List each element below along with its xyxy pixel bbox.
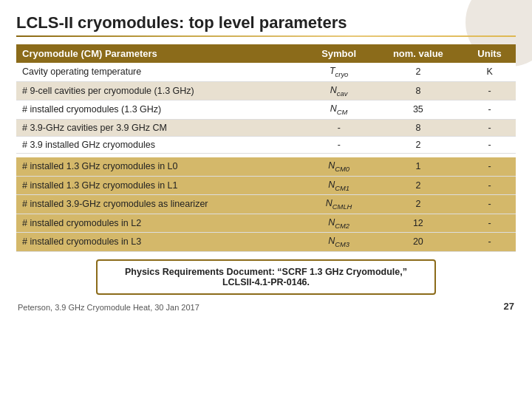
page-number: 27 bbox=[504, 301, 514, 312]
cell-symbol: NCM2 bbox=[305, 214, 373, 233]
cell-value: 12 bbox=[373, 214, 464, 233]
cell-symbol: NCM0 bbox=[305, 157, 373, 176]
cell-value: 8 bbox=[373, 119, 464, 136]
cell-param: # 3.9-GHz cavities per 3.9 GHz CM bbox=[16, 119, 305, 136]
cell-value: 8 bbox=[373, 81, 464, 100]
cell-param: Cavity operating temperature bbox=[16, 63, 305, 81]
cell-param: # installed 3.9-GHz cryomodules as linea… bbox=[16, 195, 305, 214]
cell-unit: K bbox=[463, 63, 516, 81]
cell-symbol: NCM bbox=[305, 100, 373, 120]
params-table: Cryomodule (CM) Parameters Symbol nom. v… bbox=[16, 44, 516, 252]
note-line1: Physics Requirements Document: “SCRF 1.3… bbox=[125, 267, 407, 277]
cell-value: 2 bbox=[373, 63, 464, 81]
cell-unit: - bbox=[463, 214, 516, 233]
cell-value: 1 bbox=[373, 157, 464, 176]
cell-param: # installed cryomodules in L2 bbox=[16, 214, 305, 233]
cell-symbol: NCM3 bbox=[305, 233, 373, 252]
title-underline bbox=[16, 35, 516, 37]
cell-symbol: NCM1 bbox=[305, 176, 373, 195]
cell-param: # installed 1.3 GHz cryomodules in L0 bbox=[16, 157, 305, 176]
cell-unit: - bbox=[463, 176, 516, 195]
cell-value: 20 bbox=[373, 233, 464, 252]
table-header-row: Cryomodule (CM) Parameters Symbol nom. v… bbox=[16, 44, 516, 63]
cell-param: # installed cryomodules (1.3 GHz) bbox=[16, 100, 305, 120]
title-section: LCLS-II cryomodules: top level parameter… bbox=[16, 13, 516, 37]
note-line2: LCLSII-4.1-PR-0146. bbox=[222, 277, 310, 287]
cell-symbol: - bbox=[305, 119, 373, 136]
table-row: # installed cryomodules (1.3 GHz)NCM35- bbox=[16, 100, 516, 120]
cell-value: 35 bbox=[373, 100, 464, 120]
table-row: # installed cryomodules in L3NCM320- bbox=[16, 233, 516, 252]
cell-param: # installed cryomodules in L3 bbox=[16, 233, 305, 252]
cell-unit: - bbox=[463, 119, 516, 136]
cell-symbol: - bbox=[305, 136, 373, 153]
col-header-units: Units bbox=[463, 44, 516, 63]
cell-value: 2 bbox=[373, 195, 464, 214]
page-title: LCLS-II cryomodules: top level parameter… bbox=[16, 13, 516, 33]
cell-symbol: Ncav bbox=[305, 81, 373, 100]
table-row: # 3.9-GHz cavities per 3.9 GHz CM-8- bbox=[16, 119, 516, 136]
footer-row: Peterson, 3.9 GHz Cryomodule Heat, 30 Ja… bbox=[16, 301, 516, 312]
cell-unit: - bbox=[463, 195, 516, 214]
cell-unit: - bbox=[463, 233, 516, 252]
table-row: Cavity operating temperatureTcryo2K bbox=[16, 63, 516, 81]
cell-param: # 9-cell cavities per cryomodule (1.3 GH… bbox=[16, 81, 305, 100]
cell-symbol: Tcryo bbox=[305, 63, 373, 81]
col-header-value: nom. value bbox=[373, 44, 464, 63]
cell-unit: - bbox=[463, 81, 516, 100]
table-row: # installed 1.3 GHz cryomodules in L0NCM… bbox=[16, 157, 516, 176]
table-row: # 3.9 installed GHz cryomodules-2- bbox=[16, 136, 516, 153]
page: LCLS-II cryomodules: top level parameter… bbox=[0, 0, 532, 399]
table-row: # installed 3.9-GHz cryomodules as linea… bbox=[16, 195, 516, 214]
cell-unit: - bbox=[463, 157, 516, 176]
cell-value: 2 bbox=[373, 136, 464, 153]
footer-text: Peterson, 3.9 GHz Cryomodule Heat, 30 Ja… bbox=[18, 303, 200, 312]
cell-symbol: NCMLH bbox=[305, 195, 373, 214]
table-row: # 9-cell cavities per cryomodule (1.3 GH… bbox=[16, 81, 516, 100]
col-header-param: Cryomodule (CM) Parameters bbox=[16, 44, 305, 63]
table-row: # installed 1.3 GHz cryomodules in L1NCM… bbox=[16, 176, 516, 195]
cell-param: # 3.9 installed GHz cryomodules bbox=[16, 136, 305, 153]
cell-value: 2 bbox=[373, 176, 464, 195]
col-header-symbol: Symbol bbox=[305, 44, 373, 63]
cell-unit: - bbox=[463, 136, 516, 153]
cell-param: # installed 1.3 GHz cryomodules in L1 bbox=[16, 176, 305, 195]
table-row: # installed cryomodules in L2NCM212- bbox=[16, 214, 516, 233]
cell-unit: - bbox=[463, 100, 516, 120]
note-box: Physics Requirements Document: “SCRF 1.3… bbox=[96, 259, 436, 295]
